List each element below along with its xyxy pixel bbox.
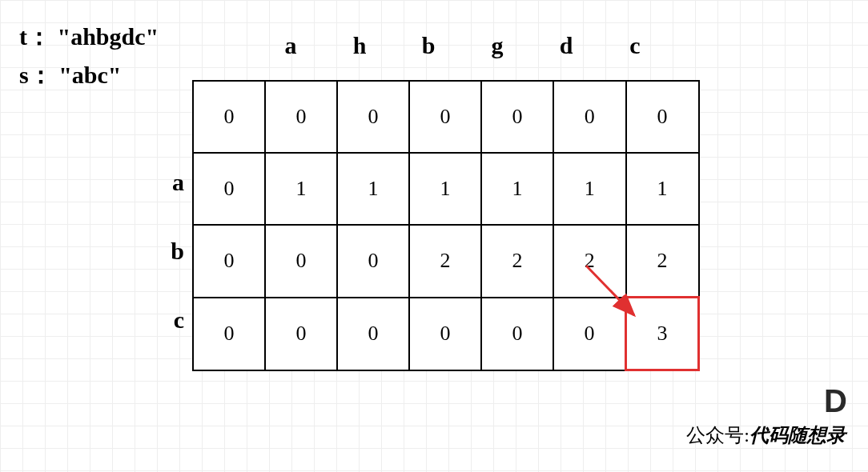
- dp-cell-highlight: 3: [626, 298, 699, 370]
- dp-cell: 0: [626, 81, 699, 153]
- dp-cell: 0: [409, 81, 481, 153]
- dp-cell: 0: [481, 298, 553, 370]
- dp-cell: 1: [626, 153, 699, 225]
- watermark-prefix: 公众号:: [686, 425, 749, 446]
- dp-cell: 0: [265, 298, 337, 370]
- dp-cell: 0: [481, 81, 553, 153]
- table-row: 0 0 0 0 0 0 0: [193, 81, 699, 153]
- watermark-text: 公众号:代码随想录: [686, 422, 846, 448]
- dp-cell: 0: [265, 81, 337, 153]
- dp-cell: 1: [553, 153, 626, 225]
- col-header: a: [256, 32, 325, 59]
- diagram-content: t： "ahbgdc" s： "abc" a h b g d c a b c 0…: [0, 0, 868, 472]
- watermark-name: 代码随想录: [749, 425, 846, 446]
- dp-cell: 2: [481, 225, 553, 298]
- dp-cell: 0: [337, 298, 409, 370]
- column-headers: a h b g d c: [256, 32, 669, 59]
- row-header: a: [160, 148, 184, 217]
- dp-cell: 0: [193, 81, 265, 153]
- dp-cell: 1: [481, 153, 553, 225]
- s-value: "abc": [58, 62, 121, 88]
- col-header: b: [394, 32, 463, 59]
- dp-cell: 0: [553, 81, 626, 153]
- col-header: g: [463, 32, 532, 59]
- dp-cell: 1: [265, 153, 337, 225]
- dp-cell: 1: [337, 153, 409, 225]
- table-row: 0 1 1 1 1 1 1: [193, 153, 699, 225]
- dp-cell: 0: [337, 81, 409, 153]
- dp-cell: 2: [553, 225, 626, 298]
- dp-cell: 0: [193, 298, 265, 370]
- s-string-line: s： "abc": [19, 56, 159, 94]
- table-row: 0 0 0 2 2 2 2: [193, 225, 699, 298]
- t-label: t：: [19, 23, 51, 50]
- watermark: D 公众号:代码随想录: [686, 383, 846, 448]
- dp-cell: 1: [409, 153, 481, 225]
- dp-cell: 2: [626, 225, 699, 298]
- col-header: c: [601, 32, 669, 59]
- input-strings: t： "ahbgdc" s： "abc": [19, 18, 159, 94]
- row-header: b: [160, 217, 184, 286]
- dp-cell: 2: [409, 225, 481, 298]
- dp-cell: 0: [553, 298, 626, 370]
- col-header: h: [325, 32, 394, 59]
- table-row: 0 0 0 0 0 0 3: [193, 298, 699, 370]
- row-header: c: [160, 286, 184, 354]
- watermark-logo-icon: D: [824, 383, 846, 419]
- dp-table: 0 0 0 0 0 0 0 0 1 1 1 1 1 1 0 0 0 2 2 2 …: [192, 80, 700, 371]
- dp-cell: 0: [337, 225, 409, 298]
- dp-cell: 0: [265, 225, 337, 298]
- dp-cell: 0: [409, 298, 481, 370]
- row-headers: a b c: [160, 148, 184, 354]
- dp-cell: 0: [193, 153, 265, 225]
- s-label: s：: [19, 62, 53, 88]
- t-string-line: t： "ahbgdc": [19, 18, 159, 56]
- t-value: "ahbgdc": [58, 23, 159, 50]
- col-header: d: [532, 32, 601, 59]
- dp-cell: 0: [193, 225, 265, 298]
